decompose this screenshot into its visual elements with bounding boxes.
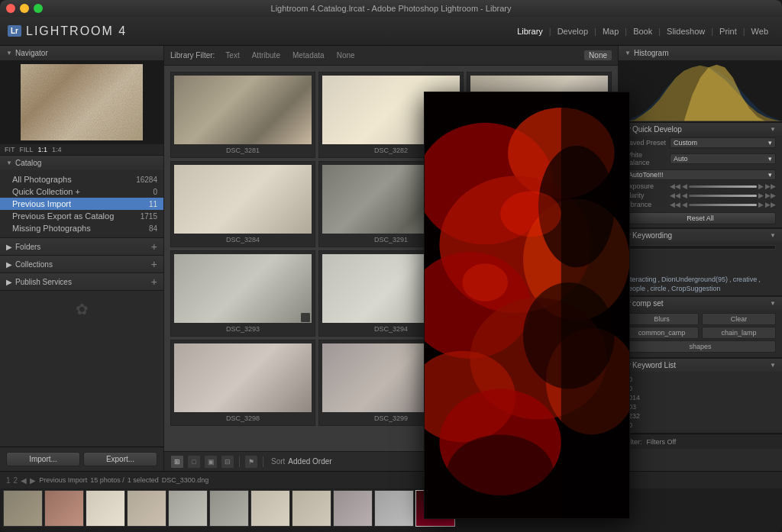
- comp-blurs[interactable]: Blurs: [625, 313, 699, 325]
- nav-slideshow[interactable]: Slideshow: [661, 24, 711, 39]
- fs-photo-7[interactable]: [250, 490, 290, 527]
- catalog-header[interactable]: ▼ Catalog: [0, 156, 163, 170]
- catalog-triangle: ▼: [6, 160, 12, 166]
- catalog-previous-export-count: 1715: [134, 212, 157, 221]
- qd-vibrance-inc-inc[interactable]: ▶▶: [765, 201, 776, 208]
- import-button[interactable]: Import...: [6, 452, 80, 466]
- fs-page-1[interactable]: 1: [6, 476, 11, 485]
- filter-metadata[interactable]: Metadata: [288, 50, 329, 60]
- fs-next[interactable]: ▶: [30, 476, 36, 485]
- view-survey-btn[interactable]: ⊟: [221, 455, 234, 469]
- qd-preset-chevron: ▾: [768, 139, 772, 147]
- folders-header[interactable]: ▶ Folders +: [0, 238, 163, 255]
- catalog-label: Catalog: [15, 159, 41, 167]
- qd-clarity-inc[interactable]: ▶: [758, 192, 764, 199]
- fs-photo-5[interactable]: [168, 490, 208, 527]
- kw-circle[interactable]: circle: [651, 285, 667, 292]
- close-button[interactable]: [6, 4, 15, 13]
- svg-point-18: [447, 434, 554, 511]
- nav-web[interactable]: Web: [745, 24, 774, 39]
- comp-chain-lamp[interactable]: chain_lamp: [702, 327, 776, 339]
- zoom-fit[interactable]: FIT: [5, 146, 15, 153]
- qd-clarity-inc-inc[interactable]: ▶▶: [765, 192, 776, 199]
- catalog-previous-export[interactable]: Previous Export as Catalog 1715: [0, 210, 163, 222]
- keywords-input[interactable]: [625, 245, 776, 250]
- folders-add-btn[interactable]: +: [151, 241, 157, 252]
- nav-library[interactable]: Library: [511, 24, 549, 39]
- photo-cell-3298[interactable]: DSC_3298: [170, 340, 315, 426]
- qd-tone-chevron: ▾: [768, 171, 772, 179]
- view-compare-btn[interactable]: ▣: [204, 455, 218, 469]
- compset-collapse: ▼: [770, 300, 776, 307]
- qd-exposure-dec-dec[interactable]: ◀◀: [670, 182, 680, 190]
- publish-services-add-btn[interactable]: +: [151, 276, 157, 287]
- export-button[interactable]: Export...: [83, 452, 157, 466]
- filter-none[interactable]: None: [332, 50, 360, 60]
- view-loupe-btn[interactable]: □: [187, 455, 201, 469]
- fs-file: DSC_3300.dng: [162, 476, 209, 484]
- qd-exposure-inc[interactable]: ▶: [758, 182, 764, 190]
- nav-map[interactable]: Map: [596, 24, 625, 39]
- catalog-previous-import[interactable]: Previous Import 11: [0, 198, 163, 210]
- comp-clear[interactable]: Clear: [702, 313, 776, 325]
- keywording-header[interactable]: ▼ Keywording ▼: [619, 228, 782, 242]
- fs-photo-10[interactable]: [374, 490, 414, 527]
- photo-img-3284: [174, 165, 312, 234]
- nav-book[interactable]: Book: [627, 24, 658, 39]
- photo-cell-3293[interactable]: DSC_3293: [170, 250, 315, 337]
- qd-vibrance-inc[interactable]: ▶: [758, 201, 764, 208]
- fs-photo-3[interactable]: [86, 490, 125, 527]
- comp-common-camp[interactable]: common_camp: [625, 327, 699, 339]
- qd-exposure-dec[interactable]: ◀: [682, 182, 687, 190]
- navigator-header[interactable]: ▼ Navigator: [0, 46, 163, 60]
- fs-photo-8[interactable]: [292, 490, 331, 527]
- filter-attribute[interactable]: Attribute: [247, 50, 285, 60]
- quick-develop-header[interactable]: ▼ Quick Develop ▼: [619, 122, 782, 136]
- qd-tone-select[interactable]: AutoTone!!! ▾: [625, 169, 776, 180]
- fs-photo-9[interactable]: [333, 490, 373, 527]
- kw-dion[interactable]: DionUnderground(95): [661, 276, 728, 283]
- zoom-fill[interactable]: FILL: [20, 146, 34, 153]
- kw-crop[interactable]: CropSuggestion: [671, 285, 721, 292]
- histogram-header[interactable]: ▼ Histogram: [619, 46, 782, 60]
- nav-develop[interactable]: Develop: [551, 24, 594, 39]
- photo-cell-3284[interactable]: DSC_3284: [170, 161, 315, 247]
- zoom-1-1[interactable]: 1:1: [38, 146, 48, 153]
- fs-page-2[interactable]: 2: [14, 476, 18, 485]
- compset-header[interactable]: ▼ comp set ▼: [619, 296, 782, 310]
- fs-photo-6[interactable]: [209, 490, 249, 527]
- fs-photo-4[interactable]: [127, 490, 166, 527]
- photo-cell-3281[interactable]: DSC_3281: [170, 72, 315, 158]
- qd-preset-select[interactable]: Custom ▾: [670, 137, 776, 148]
- filter-text[interactable]: Text: [221, 50, 244, 60]
- sort-value[interactable]: Added Order: [288, 457, 331, 466]
- qd-clarity-dec[interactable]: ◀: [682, 192, 687, 199]
- catalog-all-photos[interactable]: All Photographs 16284: [0, 173, 163, 185]
- overlay-popup[interactable]: [424, 92, 630, 519]
- kw-creative[interactable]: creative: [733, 276, 758, 283]
- fs-prev[interactable]: ◀: [21, 476, 27, 485]
- qd-clarity-dec-dec[interactable]: ◀◀: [670, 192, 680, 199]
- qd-vibrance-dec[interactable]: ◀: [682, 201, 687, 208]
- fs-photo-2[interactable]: [44, 490, 84, 527]
- reset-all-button[interactable]: Reset All: [625, 212, 776, 224]
- publish-services-header[interactable]: ▶ Publish Services +: [0, 273, 163, 290]
- nav-print[interactable]: Print: [713, 24, 743, 39]
- comp-shapes[interactable]: shapes: [625, 340, 776, 353]
- catalog-missing-photos[interactable]: Missing Photographs 84: [0, 222, 163, 234]
- filter-bottom-value[interactable]: Filters Off: [647, 438, 677, 446]
- qd-vibrance-dec-dec[interactable]: ◀◀: [670, 201, 680, 208]
- keyword-list-header[interactable]: ▼ Keyword List ▼: [619, 358, 782, 372]
- collections-add-btn[interactable]: +: [151, 259, 157, 269]
- maximize-button[interactable]: [34, 4, 43, 13]
- view-grid-btn[interactable]: ⊞: [170, 455, 184, 469]
- qd-wb-select[interactable]: Auto ▾: [670, 153, 776, 164]
- collections-header[interactable]: ▶ Collections +: [0, 256, 163, 272]
- qd-exposure-inc-inc[interactable]: ▶▶: [765, 182, 776, 190]
- flag-btn[interactable]: ⚑: [244, 455, 258, 469]
- catalog-quick-collection[interactable]: Quick Collection + 0: [0, 185, 163, 198]
- filters-off-badge[interactable]: None: [584, 50, 612, 60]
- minimize-button[interactable]: [20, 4, 29, 13]
- zoom-1-4[interactable]: 1:4: [52, 146, 62, 153]
- fs-photo-1[interactable]: [3, 490, 43, 527]
